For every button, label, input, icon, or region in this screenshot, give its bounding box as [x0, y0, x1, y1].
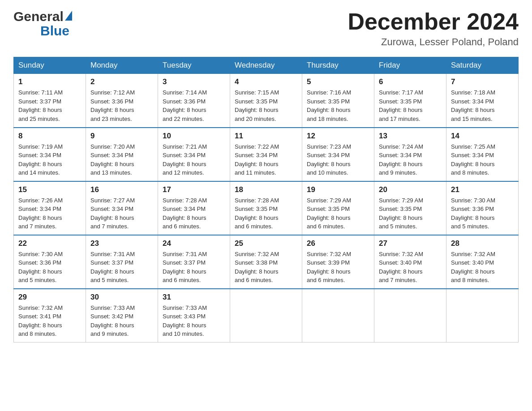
day-info: Sunrise: 7:15 AMSunset: 3:35 PMDaylight:… — [235, 89, 279, 122]
calendar-cell: 11 Sunrise: 7:22 AMSunset: 3:34 PMDaylig… — [230, 128, 302, 181]
title-block: December 2024 Zurowa, Lesser Poland, Pol… — [348, 9, 519, 48]
day-number: 17 — [163, 185, 225, 194]
calendar-cell: 4 Sunrise: 7:15 AMSunset: 3:35 PMDayligh… — [230, 74, 302, 128]
week-row-2: 8 Sunrise: 7:19 AMSunset: 3:34 PMDayligh… — [14, 128, 519, 181]
day-number: 2 — [90, 77, 153, 86]
day-number: 4 — [235, 77, 297, 86]
calendar-cell: 7 Sunrise: 7:18 AMSunset: 3:34 PMDayligh… — [446, 74, 519, 128]
day-info: Sunrise: 7:30 AMSunset: 3:36 PMDaylight:… — [451, 197, 495, 230]
day-number: 26 — [307, 239, 369, 248]
day-number: 29 — [18, 293, 81, 302]
day-info: Sunrise: 7:27 AMSunset: 3:34 PMDaylight:… — [90, 197, 135, 230]
day-number: 31 — [163, 293, 225, 302]
day-info: Sunrise: 7:22 AMSunset: 3:34 PMDaylight:… — [235, 143, 279, 176]
calendar-cell: 13 Sunrise: 7:24 AMSunset: 3:34 PMDaylig… — [374, 128, 446, 181]
calendar-cell: 1 Sunrise: 7:11 AMSunset: 3:37 PMDayligh… — [14, 74, 86, 128]
day-number: 30 — [90, 293, 153, 302]
weekday-header-thursday: Thursday — [302, 57, 374, 74]
day-number: 10 — [163, 132, 225, 141]
day-info: Sunrise: 7:17 AMSunset: 3:35 PMDaylight:… — [379, 89, 423, 122]
day-info: Sunrise: 7:29 AMSunset: 3:35 PMDaylight:… — [379, 197, 423, 230]
day-number: 6 — [379, 77, 442, 86]
day-info: Sunrise: 7:28 AMSunset: 3:34 PMDaylight:… — [163, 197, 207, 230]
calendar-cell: 6 Sunrise: 7:17 AMSunset: 3:35 PMDayligh… — [374, 74, 446, 128]
day-number: 23 — [90, 239, 153, 248]
weekday-header-tuesday: Tuesday — [158, 57, 230, 74]
calendar-cell: 9 Sunrise: 7:20 AMSunset: 3:34 PMDayligh… — [86, 128, 158, 181]
calendar-cell — [230, 289, 302, 342]
day-number: 11 — [235, 132, 297, 141]
day-info: Sunrise: 7:11 AMSunset: 3:37 PMDaylight:… — [18, 89, 63, 122]
day-info: Sunrise: 7:23 AMSunset: 3:34 PMDaylight:… — [307, 143, 351, 176]
week-row-3: 15 Sunrise: 7:26 AMSunset: 3:34 PMDaylig… — [14, 181, 519, 235]
calendar-cell: 19 Sunrise: 7:29 AMSunset: 3:35 PMDaylig… — [302, 181, 374, 235]
weekday-header-friday: Friday — [374, 57, 446, 74]
day-number: 24 — [163, 239, 225, 248]
weekday-header-wednesday: Wednesday — [230, 57, 302, 74]
calendar-cell: 20 Sunrise: 7:29 AMSunset: 3:35 PMDaylig… — [374, 181, 446, 235]
page-header: General Blue December 2024 Zurowa, Lesse… — [13, 9, 519, 48]
calendar-cell: 25 Sunrise: 7:32 AMSunset: 3:38 PMDaylig… — [230, 235, 302, 289]
day-number: 5 — [307, 77, 369, 86]
day-info: Sunrise: 7:12 AMSunset: 3:36 PMDaylight:… — [90, 89, 135, 122]
calendar-cell: 18 Sunrise: 7:28 AMSunset: 3:35 PMDaylig… — [230, 181, 302, 235]
calendar-cell: 12 Sunrise: 7:23 AMSunset: 3:34 PMDaylig… — [302, 128, 374, 181]
day-number: 14 — [451, 132, 514, 141]
calendar-cell: 3 Sunrise: 7:14 AMSunset: 3:36 PMDayligh… — [158, 74, 230, 128]
day-info: Sunrise: 7:32 AMSunset: 3:40 PMDaylight:… — [451, 251, 495, 284]
calendar-cell — [446, 289, 519, 342]
logo-general-text: General — [13, 9, 64, 24]
calendar-cell: 15 Sunrise: 7:26 AMSunset: 3:34 PMDaylig… — [14, 181, 86, 235]
calendar-cell: 14 Sunrise: 7:25 AMSunset: 3:34 PMDaylig… — [446, 128, 519, 181]
day-number: 20 — [379, 185, 442, 194]
day-number: 28 — [451, 239, 514, 248]
calendar-cell: 24 Sunrise: 7:31 AMSunset: 3:37 PMDaylig… — [158, 235, 230, 289]
day-number: 8 — [18, 132, 81, 141]
day-info: Sunrise: 7:25 AMSunset: 3:34 PMDaylight:… — [451, 143, 495, 176]
location-title: Zurowa, Lesser Poland, Poland — [348, 36, 519, 48]
logo: General Blue — [13, 9, 72, 39]
day-number: 21 — [451, 185, 514, 194]
week-row-4: 22 Sunrise: 7:30 AMSunset: 3:36 PMDaylig… — [14, 235, 519, 289]
day-info: Sunrise: 7:26 AMSunset: 3:34 PMDaylight:… — [18, 197, 63, 230]
day-info: Sunrise: 7:29 AMSunset: 3:35 PMDaylight:… — [307, 197, 351, 230]
calendar-cell: 28 Sunrise: 7:32 AMSunset: 3:40 PMDaylig… — [446, 235, 519, 289]
month-title: December 2024 — [348, 9, 519, 34]
calendar-table: SundayMondayTuesdayWednesdayThursdayFrid… — [13, 57, 519, 342]
day-info: Sunrise: 7:21 AMSunset: 3:34 PMDaylight:… — [163, 143, 207, 176]
day-info: Sunrise: 7:19 AMSunset: 3:34 PMDaylight:… — [18, 143, 63, 176]
day-number: 27 — [379, 239, 442, 248]
day-number: 12 — [307, 132, 369, 141]
day-info: Sunrise: 7:32 AMSunset: 3:38 PMDaylight:… — [235, 251, 279, 284]
day-info: Sunrise: 7:33 AMSunset: 3:43 PMDaylight:… — [163, 304, 207, 338]
day-number: 13 — [379, 132, 442, 141]
calendar-cell: 29 Sunrise: 7:32 AMSunset: 3:41 PMDaylig… — [14, 289, 86, 342]
day-info: Sunrise: 7:24 AMSunset: 3:34 PMDaylight:… — [379, 143, 423, 176]
logo-blue-text: Blue — [40, 23, 69, 39]
day-info: Sunrise: 7:18 AMSunset: 3:34 PMDaylight:… — [451, 89, 495, 122]
calendar-cell: 30 Sunrise: 7:33 AMSunset: 3:42 PMDaylig… — [86, 289, 158, 342]
day-number: 22 — [18, 239, 81, 248]
day-number: 7 — [451, 77, 514, 86]
day-number: 3 — [163, 77, 225, 86]
day-info: Sunrise: 7:32 AMSunset: 3:40 PMDaylight:… — [379, 251, 423, 284]
day-info: Sunrise: 7:28 AMSunset: 3:35 PMDaylight:… — [235, 197, 279, 230]
weekday-header-monday: Monday — [86, 57, 158, 74]
day-info: Sunrise: 7:33 AMSunset: 3:42 PMDaylight:… — [90, 304, 135, 338]
logo-arrow-icon — [65, 11, 72, 21]
calendar-cell — [374, 289, 446, 342]
week-row-5: 29 Sunrise: 7:32 AMSunset: 3:41 PMDaylig… — [14, 289, 519, 342]
day-info: Sunrise: 7:32 AMSunset: 3:39 PMDaylight:… — [307, 251, 351, 284]
day-number: 9 — [90, 132, 153, 141]
day-info: Sunrise: 7:32 AMSunset: 3:41 PMDaylight:… — [18, 304, 63, 338]
day-info: Sunrise: 7:31 AMSunset: 3:37 PMDaylight:… — [90, 251, 135, 284]
calendar-cell: 21 Sunrise: 7:30 AMSunset: 3:36 PMDaylig… — [446, 181, 519, 235]
calendar-cell: 2 Sunrise: 7:12 AMSunset: 3:36 PMDayligh… — [86, 74, 158, 128]
calendar-cell: 16 Sunrise: 7:27 AMSunset: 3:34 PMDaylig… — [86, 181, 158, 235]
calendar-cell: 31 Sunrise: 7:33 AMSunset: 3:43 PMDaylig… — [158, 289, 230, 342]
calendar-cell: 23 Sunrise: 7:31 AMSunset: 3:37 PMDaylig… — [86, 235, 158, 289]
week-row-1: 1 Sunrise: 7:11 AMSunset: 3:37 PMDayligh… — [14, 74, 519, 128]
day-number: 19 — [307, 185, 369, 194]
calendar-cell: 22 Sunrise: 7:30 AMSunset: 3:36 PMDaylig… — [14, 235, 86, 289]
calendar-cell: 8 Sunrise: 7:19 AMSunset: 3:34 PMDayligh… — [14, 128, 86, 181]
